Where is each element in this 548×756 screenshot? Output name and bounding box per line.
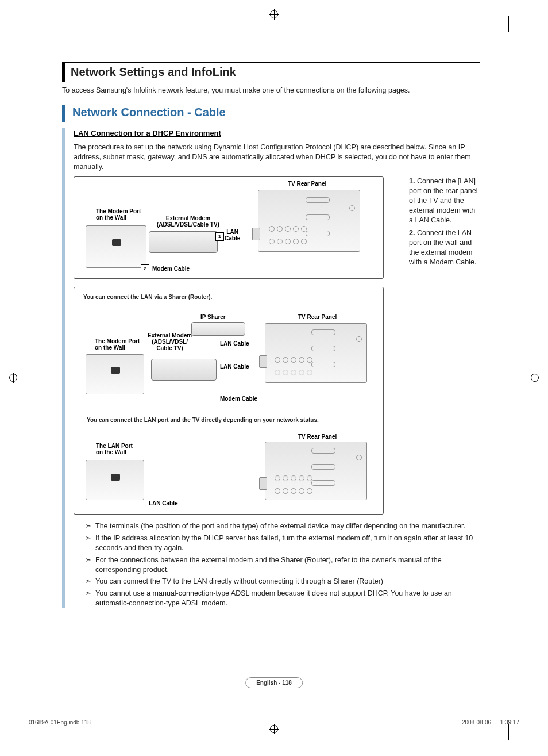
label-lan-cable-3: LAN Cable <box>149 500 178 506</box>
step-callout-1: 1 <box>215 232 224 241</box>
note-text: If the IP address allocation by the DHCP… <box>95 534 480 553</box>
note-text: You cannot use a manual-connection-type … <box>95 589 480 608</box>
note-bullet-icon: ➣ <box>85 521 95 531</box>
wall-plate-graphic <box>86 225 146 268</box>
footer-right: 2008-08-06 1:39:17 <box>462 719 519 727</box>
wall-plate-graphic <box>86 354 144 394</box>
page-number-pill: English - 118 <box>245 677 303 689</box>
note-bullet-icon: ➣ <box>85 589 95 608</box>
tv-rear-panel-graphic <box>258 190 360 252</box>
label-modem-cable: Modem Cable <box>152 266 190 272</box>
label-external-modem: External Modem (ADSL/VDSL/ Cable TV) <box>148 332 192 351</box>
diagram-and-steps-row: TV Rear Panel The Modem Port on the Wall… <box>74 176 480 279</box>
step-item: 2. Connect the LAN port on the wall and … <box>408 228 480 267</box>
label-modem-port-wall: The Modem Port on the Wall <box>95 338 140 351</box>
note-item: ➣You can connect the TV to the LAN direc… <box>85 577 480 586</box>
modem-graphic <box>151 359 217 381</box>
lan-port-icon <box>259 477 267 490</box>
label-modem-cable: Modem Cable <box>220 396 257 402</box>
label-tv-rear-panel: TV Rear Panel <box>288 181 326 187</box>
steps-list: 1. Connect the [LAN] port on the rear pa… <box>396 176 480 271</box>
registration-mark-icon <box>530 373 540 383</box>
note-text: For the connections between the external… <box>95 555 480 575</box>
step-text: Connect the [LAN] port on the rear panel… <box>409 177 478 224</box>
step-item: 1. Connect the [LAN] port on the rear pa… <box>408 176 480 225</box>
lan-port-icon <box>252 228 260 240</box>
diagram2-caption-2: You can connect the LAN port and the TV … <box>87 416 374 424</box>
subsection-title: Network Connection - Cable <box>72 105 480 120</box>
connection-diagram-2: You can connect the LAN via a Sharer (Ro… <box>74 287 384 515</box>
footer: 01689A-01Eng.indb 118 2008-08-06 1:39:17 <box>29 719 519 727</box>
wall-port-icon <box>112 239 121 246</box>
label-ip-sharer: IP Sharer <box>200 314 226 320</box>
label-tv-rear-panel: TV Rear Panel <box>298 433 337 440</box>
label-external-modem: External Modem (ADSL/VDSL/Cable TV) <box>157 215 219 228</box>
crop-mark <box>22 724 22 740</box>
crop-mark <box>508 16 509 32</box>
crop-mark <box>508 724 509 740</box>
description-paragraph: The procedures to set up the network usi… <box>74 143 480 172</box>
note-bullet-icon: ➣ <box>85 555 95 575</box>
section-title: Network Settings and InfoLink <box>71 64 474 80</box>
tv-rear-panel-graphic <box>265 323 367 383</box>
note-text: You can connect the TV to the LAN direct… <box>95 577 480 586</box>
label-lan-cable: LAN Cable <box>225 229 240 241</box>
note-bullet-icon: ➣ <box>85 577 95 586</box>
note-item: ➣You cannot use a manual-connection-type… <box>85 589 480 608</box>
note-text: The terminals (the position of the port … <box>95 521 480 531</box>
step-text: Connect the LAN port on the wall and the… <box>409 229 476 266</box>
note-item: ➣For the connections between the externa… <box>85 555 480 575</box>
label-lan-cable-2: LAN Cable <box>220 363 249 370</box>
label-lan-cable: LAN Cable <box>220 340 249 347</box>
wall-port-icon <box>111 474 120 481</box>
note-item: ➣The terminals (the position of the port… <box>85 521 480 531</box>
subsection-body: LAN Connection for a DHCP Environment Th… <box>62 128 480 608</box>
registration-mark-icon <box>269 9 279 20</box>
modem-graphic <box>149 231 218 253</box>
subsubsection-title: LAN Connection for a DHCP Environment <box>74 128 480 139</box>
crop-mark <box>22 16 22 32</box>
diagram2-caption-1: You can connect the LAN via a Sharer (Ro… <box>83 293 377 301</box>
label-modem-port-wall: The Modem Port on the Wall <box>96 208 141 221</box>
wall-port-icon <box>111 367 120 374</box>
section-title-bar: Network Settings and InfoLink <box>62 62 480 82</box>
connection-diagram-1: TV Rear Panel The Modem Port on the Wall… <box>74 176 384 279</box>
tv-rear-panel-graphic <box>265 442 367 500</box>
page: Network Settings and InfoLink To access … <box>0 0 548 756</box>
registration-mark-icon <box>8 373 18 383</box>
intro-text: To access Samsung's Infolink network fea… <box>62 86 480 95</box>
label-tv-rear-panel: TV Rear Panel <box>298 314 337 320</box>
router-graphic <box>191 322 245 336</box>
footer-left: 01689A-01Eng.indb 118 <box>29 719 91 727</box>
step-callout-2: 2 <box>141 264 149 273</box>
content-area: Network Settings and InfoLink To access … <box>62 62 480 611</box>
notes-list: ➣The terminals (the position of the port… <box>85 521 480 608</box>
label-lan-port-wall: The LAN Port on the Wall <box>96 443 133 455</box>
note-bullet-icon: ➣ <box>85 534 95 553</box>
lan-port-icon <box>259 355 267 368</box>
subsection-heading: Network Connection - Cable <box>62 105 480 122</box>
note-item: ➣If the IP address allocation by the DHC… <box>85 534 480 553</box>
